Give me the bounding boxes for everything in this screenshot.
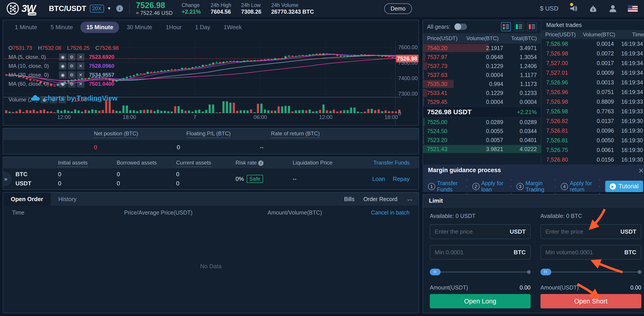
open-short-form: Available: 0 BTC USDT BTC II Amount( xyxy=(540,213,641,313)
timeframe-tabs: 1 Minute 5 Minute 15 Minute 30 Minute 1H… xyxy=(3,20,418,34)
timeframe-tab[interactable]: 5 Minute xyxy=(45,22,79,33)
long-volume-input[interactable] xyxy=(435,249,514,256)
bid-row[interactable]: 7521.433.98214.0222 xyxy=(423,144,541,153)
ma-settings-icon[interactable]: ⚙ xyxy=(68,53,76,61)
ask-row[interactable]: 7533.410.12290.1233 xyxy=(423,88,541,97)
orders-tab[interactable]: History xyxy=(51,193,84,206)
guidance-step-label[interactable]: Apply for return xyxy=(570,180,597,193)
leverage-badge: 20X xyxy=(90,5,104,13)
bid-row[interactable]: 7523.200.00570.0401 xyxy=(423,135,541,144)
trade-row: 7,526.820.013716:19:30 xyxy=(541,116,644,126)
bid-row[interactable]: 7524.500.00550.0344 xyxy=(423,127,541,135)
price-axis-label: 7300.00 xyxy=(398,91,418,97)
ask-row[interactable]: 7537.630.00041.1177 xyxy=(423,70,541,79)
loan-link[interactable]: Loan xyxy=(372,176,385,183)
trade-row: 7,526.960.075116:19:34 xyxy=(541,87,644,97)
ask-row[interactable]: 7535.300.9941.1173 xyxy=(423,79,541,88)
timeframe-tab[interactable]: 1Week xyxy=(218,22,248,33)
time-axis[interactable]: 12:00 18:00 7 06:00 12:00 18:00 xyxy=(4,114,401,121)
ma-settings-icon[interactable]: ⚙ xyxy=(68,71,76,79)
timeframe-tab[interactable]: 15 Minute xyxy=(80,22,119,33)
ask-row[interactable]: 7540.202.19173.4971 xyxy=(423,44,541,53)
long-amount-slider[interactable]: II xyxy=(430,269,530,275)
bills-link[interactable]: Bills xyxy=(344,196,354,202)
time-axis-label: 12:00 xyxy=(319,114,332,120)
ma-remove-icon[interactable]: ✕ xyxy=(77,71,84,79)
limit-title[interactable]: Limit xyxy=(423,194,644,207)
ask-row[interactable]: 7537.970.06481.3054 xyxy=(423,53,541,62)
bw-logo[interactable]: 3W.com xyxy=(6,2,36,15)
ask-row[interactable]: 7529.450.00040.0004 xyxy=(423,97,541,106)
book-view-bids-button[interactable] xyxy=(514,22,524,31)
ma-visibility-icon[interactable]: ◉ xyxy=(59,71,66,79)
timeframe-tab[interactable]: 1 Minute xyxy=(9,22,43,33)
price-axis[interactable]: 7526.98 7600.007500.007400.007300.000 xyxy=(395,42,418,125)
ma-visibility-icon[interactable]: ◉ xyxy=(59,62,66,70)
trade-row: 7,526.980.880916:19:33 xyxy=(541,97,644,107)
timeframe-tab[interactable]: 30 Minute xyxy=(121,22,158,33)
time-axis-label: 7 xyxy=(194,114,196,120)
header-stat: 24h Low 7308.26 xyxy=(241,2,261,15)
short-volume-unit: BTC xyxy=(624,249,636,256)
long-price-unit: USDT xyxy=(510,228,526,235)
ma-settings-icon[interactable]: ⚙ xyxy=(68,62,76,70)
book-view-asks-button[interactable] xyxy=(527,22,537,31)
repay-link[interactable]: Repay xyxy=(393,176,410,183)
trade-row: 7,526.960.001316:19:34 xyxy=(541,78,644,87)
chart-legend: O7531.73 H7532.08 L7526.25 C7526.98 MA (… xyxy=(8,44,119,88)
ma-remove-icon[interactable]: ✕ xyxy=(77,62,84,70)
pair-dropdown-caret[interactable]: ▼ xyxy=(107,6,111,11)
ob-col-volume: Volume(BTC) xyxy=(466,35,503,42)
orders-tab[interactable]: Open Order xyxy=(3,193,51,206)
tr-col-volume: Volume(BTC) xyxy=(583,31,615,38)
ask-row[interactable]: 7537.730.12291.2406 xyxy=(423,62,541,70)
short-price-input[interactable] xyxy=(546,228,620,235)
pair-symbol[interactable]: BTC/USDT xyxy=(49,4,86,13)
timeframe-tab[interactable]: 1Hour xyxy=(160,22,188,33)
price-axis-label: 7400.00 xyxy=(398,75,418,81)
assets-wallet-icon[interactable]: $ xyxy=(588,4,598,13)
tutorial-button[interactable]: ▶ Tutorial xyxy=(605,181,643,192)
guidance-step-label[interactable]: Apply for loan xyxy=(481,180,508,193)
long-volume-inputbox: BTC xyxy=(430,245,530,260)
demo-button[interactable]: Demo xyxy=(384,3,412,14)
close-icon[interactable]: ✕ xyxy=(638,167,644,175)
guidance-step-label[interactable]: Transfer Funds xyxy=(437,180,464,193)
book-view-both-button[interactable] xyxy=(501,22,511,31)
open-long-button[interactable]: Open Long xyxy=(430,294,530,308)
margin-assets-panel: Initial assets Borrowed assets Current a… xyxy=(3,157,419,190)
ma-visibility-icon[interactable]: ◉ xyxy=(59,53,66,61)
timeframe-tab[interactable]: 1 Day xyxy=(189,22,216,33)
ma-settings-icon[interactable]: ⚙ xyxy=(68,80,76,88)
trade-row: 7,526.800.015616:19:30 xyxy=(541,155,644,165)
last-price: 7526.98 xyxy=(136,1,173,10)
trade-row: 7,526.810.009616:19:30 xyxy=(541,126,644,135)
risk-info-icon[interactable]: i xyxy=(258,161,264,166)
last-price-block: 7526.98 ≈ 7522.46 USD xyxy=(136,1,173,16)
ma-remove-icon[interactable]: ✕ xyxy=(77,53,84,61)
short-amount-slider[interactable]: II xyxy=(540,269,641,275)
short-slider-handle[interactable]: II xyxy=(540,269,551,275)
transfer-funds-link[interactable]: Transfer Funds xyxy=(372,160,418,166)
short-amount-value: 0.00 xyxy=(630,284,641,291)
ma-remove-icon[interactable]: ✕ xyxy=(77,80,84,88)
order-record-link[interactable]: Order Record xyxy=(364,196,397,202)
ma-visibility-icon[interactable]: ◉ xyxy=(59,80,66,88)
trade-row: 7,527.010.000916:19:34 xyxy=(541,68,644,78)
all-gears-toggle[interactable] xyxy=(454,24,467,30)
cancel-in-batch-link[interactable]: Cancel in batch xyxy=(368,209,410,216)
currency-selector[interactable]: $ USD xyxy=(540,5,558,12)
long-volume-unit: BTC xyxy=(514,249,526,256)
ma-legend-row: MA (30, close, 0) ◉ ⚙ ✕ 7534.9557 xyxy=(8,70,119,79)
open-short-button[interactable]: Open Short xyxy=(540,294,641,308)
chevron-down-icon[interactable]: ⌄⌄ xyxy=(406,196,412,202)
user-account-icon[interactable] xyxy=(608,4,618,13)
pair-info-icon[interactable]: i xyxy=(116,5,123,12)
guidance-step-label[interactable]: Margin Trading xyxy=(526,180,552,193)
long-slider-handle[interactable]: II xyxy=(430,269,440,275)
announcement-icon[interactable] xyxy=(569,4,578,13)
long-price-input[interactable] xyxy=(435,228,510,235)
language-flag-us[interactable] xyxy=(628,5,638,12)
short-volume-input[interactable] xyxy=(546,249,624,256)
bid-row[interactable]: 7525.000.02890.0289 xyxy=(423,118,541,127)
